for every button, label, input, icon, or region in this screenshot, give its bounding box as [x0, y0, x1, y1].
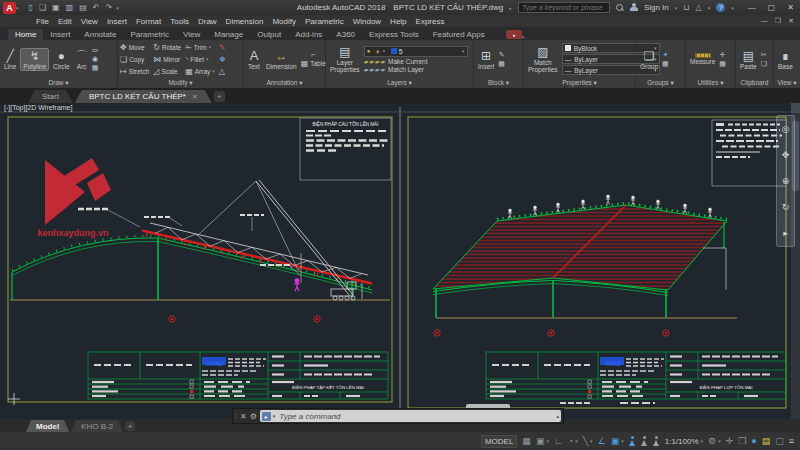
properties-panel-label[interactable]: Properties ▾ [524, 78, 635, 88]
file-tab-start[interactable]: Start [28, 90, 73, 103]
table-button[interactable]: ▦Table [301, 59, 326, 68]
logo-dropdown-icon[interactable]: ▾ [16, 5, 19, 11]
ribbon-tab[interactable]: Featured Apps [426, 29, 492, 40]
object-snap-tracking-icon[interactable]: ▣ [611, 436, 620, 446]
quick-calc-icon[interactable]: ▦ [719, 60, 726, 68]
annotation-visibility-icon[interactable] [629, 436, 636, 446]
close-button[interactable]: ✕ [787, 3, 794, 12]
qat-icon[interactable]: ▯ [29, 3, 33, 12]
maximize-button[interactable]: ▢ [768, 3, 776, 12]
block-edit-icon[interactable]: ✎ [498, 51, 505, 59]
annotation-scale-icon[interactable] [653, 436, 660, 446]
orbit-icon[interactable]: ↻ [782, 202, 790, 212]
cut-icon[interactable]: ✂ [761, 51, 767, 59]
qat-icon[interactable]: ▥ [66, 3, 74, 12]
rectangle-tool-icon[interactable]: ▭ [92, 46, 99, 54]
grid-display-icon[interactable]: ▦ [522, 436, 531, 446]
isolate-objects-icon[interactable]: ▤ [762, 436, 771, 446]
offset-button[interactable]: △ [219, 67, 226, 76]
command-grip-icon[interactable]: ⁞ [235, 413, 237, 420]
ellipse-tool-icon[interactable]: ◉ [92, 55, 99, 63]
make-current-button[interactable]: ▰▰▰▰Make Current [364, 58, 468, 65]
dimension-button[interactable]: ↔Dimension [264, 49, 299, 70]
layout-tab-kho-b2[interactable]: KHO B-2 [71, 420, 123, 432]
ribbon-tab[interactable]: Add-ins [288, 29, 329, 40]
ungroup-icon[interactable]: ▦ [662, 60, 669, 68]
showmotion-icon[interactable]: ▸ [783, 228, 788, 238]
annotation-monitor-icon[interactable]: ✛ [726, 436, 734, 446]
move-button[interactable]: ✥Move [120, 43, 149, 52]
qat-icon[interactable]: ▤ [79, 3, 87, 12]
help-icon[interactable]: ? [716, 3, 725, 12]
base-button[interactable]: ∎Base [776, 49, 795, 70]
annotation-scale-value[interactable]: 1:1/100% [665, 437, 699, 446]
app-store-cart-icon[interactable]: ⊔ [683, 3, 689, 12]
layout-tab-model[interactable]: Model [26, 420, 69, 432]
navigation-bar[interactable]: ◎ ✥ ⊕ ↻ ▸ [776, 115, 795, 247]
paste-button[interactable]: ▤Paste [738, 49, 759, 70]
help-dropdown-icon[interactable]: ▾ [731, 5, 734, 11]
drawing-canvas[interactable]: [-][Top][2D Wireframe] [0, 103, 800, 419]
ribbon-tab[interactable]: Insert [43, 29, 77, 40]
ribbon-tab[interactable]: View [176, 29, 207, 40]
menu-item[interactable]: Modify [272, 17, 296, 26]
qat-dropdown-icon[interactable]: ▾ [116, 5, 119, 11]
signin-label[interactable]: Sign In [644, 3, 669, 12]
layer-dropdown[interactable]: ● ☀ ▪ 5 ▾ [364, 46, 468, 57]
signin-dropdown-icon[interactable]: ▾ [675, 5, 678, 11]
command-customize-icon[interactable]: ⚙ [250, 412, 257, 421]
new-layout-button[interactable]: + [125, 421, 135, 431]
hatch-tool-icon[interactable]: ▦ [92, 64, 99, 72]
file-tab-active[interactable]: BPTC LD KẾT CẤU THÉP*✕ [75, 90, 212, 103]
insert-button[interactable]: ⊞Insert [476, 49, 496, 70]
arc-button[interactable]: ⌒Arc [74, 49, 90, 70]
minimize-button[interactable]: — [748, 3, 756, 12]
qat-icon[interactable]: ▣ [52, 3, 60, 12]
text-button[interactable]: AText [246, 49, 262, 70]
group-button[interactable]: ❏Group [638, 49, 660, 70]
groups-panel-label[interactable]: Groups ▾ [636, 78, 685, 88]
ribbon-tab[interactable]: Manage [207, 29, 250, 40]
autoscale-icon[interactable] [641, 436, 648, 446]
measure-button[interactable]: Measure [688, 53, 717, 65]
clean-screen-icon[interactable]: ▢ [775, 436, 784, 446]
block-define-icon[interactable]: ▦ [498, 60, 505, 68]
stretch-button[interactable]: ↦Stretch [120, 67, 149, 76]
ribbon-tab[interactable]: Annotate [77, 29, 123, 40]
pan-icon[interactable]: ✥ [782, 150, 790, 160]
rotate-button[interactable]: ↻Rotate [153, 43, 181, 52]
customization-menu-icon[interactable]: ≡ [789, 436, 794, 446]
doc-minimize-icon[interactable]: — [761, 17, 768, 25]
a360-dropdown-icon[interactable]: ▾ [708, 5, 711, 11]
ribbon-tab[interactable]: Home [8, 29, 43, 40]
match-layer-button[interactable]: ▰▰▰▰Match Layer [364, 66, 468, 73]
autocad-logo-icon[interactable]: A [3, 2, 16, 14]
search-icon[interactable] [616, 4, 624, 12]
ribbon-tab[interactable]: Output [250, 29, 288, 40]
ribbon-tab[interactable]: A360 [329, 29, 362, 40]
ortho-mode-icon[interactable]: ∟ [554, 436, 563, 446]
clipboard-panel-label[interactable]: Clipboard [736, 78, 773, 88]
trim-button[interactable]: ✁Trim▾ [185, 43, 215, 52]
group-spark-icon[interactable]: ✦ [662, 51, 669, 59]
explode-button[interactable]: ❖ [219, 55, 226, 64]
menu-item[interactable]: Window [353, 17, 381, 26]
array-button[interactable]: ▦Array▾ [185, 67, 215, 76]
fillet-button[interactable]: ◝Fillet▾ [185, 55, 215, 64]
a360-icon[interactable]: △ [696, 3, 702, 12]
menu-item[interactable]: Dimension [226, 17, 264, 26]
menu-item[interactable]: Tools [170, 17, 189, 26]
ribbon-tab[interactable]: Parametric [123, 29, 176, 40]
snap-mode-icon[interactable]: ▣ [536, 436, 545, 446]
command-input-field[interactable]: ▸ ▾ ▴ [260, 410, 561, 422]
copy-clip-icon[interactable]: ❏ [761, 60, 767, 68]
mirror-button[interactable]: ⋈Mirror [153, 55, 181, 64]
model-space-toggle[interactable]: MODEL [481, 435, 517, 448]
zoom-icon[interactable]: ⊕ [782, 176, 790, 186]
keyword-search-input[interactable] [518, 2, 610, 13]
view-panel-label[interactable]: View ▾ [774, 78, 800, 88]
doc-restore-icon[interactable]: ❐ [775, 17, 781, 25]
layers-panel-label[interactable]: Layers ▾ [326, 78, 473, 88]
modify-panel-label[interactable]: Modify ▾ [118, 78, 243, 88]
circle-button[interactable]: ●Circle [51, 49, 72, 70]
